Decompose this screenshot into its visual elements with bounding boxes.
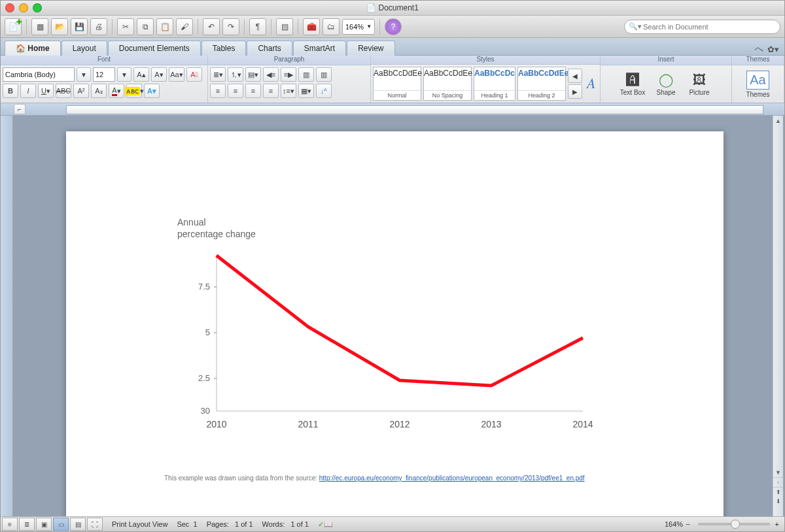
align-center-button[interactable]: ≡ <box>228 84 243 98</box>
style-heading-1[interactable]: AaBbCcDcHeading 1 <box>474 67 515 101</box>
format-painter-button[interactable]: 🖌 <box>176 18 193 35</box>
align-right-button[interactable]: ≡ <box>245 84 261 98</box>
sort-button[interactable]: ↓ᴬ <box>316 84 332 98</box>
zoom-slider-knob[interactable] <box>731 520 740 529</box>
window-title: 📄 Document1 <box>1 3 784 12</box>
help-button[interactable]: ? <box>385 18 402 35</box>
toolbox-button[interactable]: 🧰 <box>303 18 320 35</box>
font-size-dropdown[interactable]: ▼ <box>117 67 131 82</box>
bold-button[interactable]: B <box>3 84 18 98</box>
style-no-spacing[interactable]: AaBbCcDdEeNo Spacing <box>423 67 472 101</box>
view-draft-button[interactable]: ≡ <box>2 518 18 531</box>
tab-home[interactable]: 🏠 Home <box>5 41 61 56</box>
browse-object-button[interactable]: ◦ <box>773 477 783 488</box>
xtick-2014: 2014 <box>572 419 593 429</box>
spellcheck-icon[interactable]: ✓📖 <box>318 520 333 529</box>
horizontal-ruler[interactable]: ⌐ <box>1 103 784 116</box>
highlight-button[interactable]: ᴀʙᴄ▾ <box>126 84 142 98</box>
tab-document-elements[interactable]: Document Elements <box>108 41 201 56</box>
grow-font-button[interactable]: A▴ <box>133 67 149 82</box>
font-color-button[interactable]: A▾ <box>109 84 124 98</box>
tab-charts[interactable]: Charts <box>247 41 292 56</box>
styles-prev-button[interactable]: ◀ <box>568 69 582 83</box>
new-doc-button[interactable]: 📄✚ <box>5 18 22 35</box>
next-page-button[interactable]: ⬇ <box>773 496 783 506</box>
tab-smartart[interactable]: SmartArt <box>293 41 346 56</box>
copy-button[interactable]: ⧉ <box>137 18 154 35</box>
bullets-button[interactable]: ≣▾ <box>210 67 226 82</box>
styles-pane-button[interactable]: 𝐴 <box>584 67 598 100</box>
divider <box>298 19 298 35</box>
style-heading-2[interactable]: AaBbCcDdEeHeading 2 <box>517 67 566 101</box>
justify-button[interactable]: ≡ <box>263 84 279 98</box>
superscript-button[interactable]: A² <box>73 84 89 98</box>
indent-button[interactable]: ≡▶ <box>281 67 296 82</box>
style-normal[interactable]: AaBbCcDdEeNormal <box>373 67 421 101</box>
tab-tables[interactable]: Tables <box>201 41 247 56</box>
rtl-button[interactable]: ▥ <box>316 67 332 82</box>
view-print-layout-button[interactable]: ▭ <box>53 518 69 531</box>
ytick-7-5: 7.5 <box>198 282 210 291</box>
clear-format-button[interactable]: A⃠ <box>186 67 202 82</box>
view-publishing-button[interactable]: ▣ <box>36 518 52 531</box>
shading-button[interactable]: ▦▾ <box>298 84 314 98</box>
font-name-dropdown[interactable]: ▼ <box>77 67 91 82</box>
numbering-button[interactable]: ⒈▾ <box>228 67 243 82</box>
zoom-out-button[interactable]: − <box>686 520 689 528</box>
ribbon-group-paragraph: Paragraph ≣▾ ⒈▾ ▤▾ ◀≡ ≡▶ ▥ ▥ ≡ ≡ ≡ ≡ ↕≡▾ <box>208 56 371 103</box>
underline-button[interactable]: U▾ <box>38 84 54 98</box>
prev-page-button[interactable]: ⬆ <box>773 487 783 497</box>
page[interactable]: Annual percentage change 7.5 5 2.5 30 20… <box>66 131 724 516</box>
italic-button[interactable]: I <box>20 84 36 98</box>
line-spacing-button[interactable]: ↕≡▾ <box>281 84 296 98</box>
insert-text-box-button[interactable]: 🅰Text Box <box>617 68 648 101</box>
scroll-down-button[interactable]: ▼ <box>773 467 783 477</box>
align-left-button[interactable]: ≡ <box>210 84 226 98</box>
shrink-font-button[interactable]: A▾ <box>151 67 167 82</box>
insert-picture-button[interactable]: 🖼Picture <box>684 68 715 101</box>
tab-selector[interactable]: ⌐ <box>14 104 26 114</box>
pilcrow-button[interactable]: ¶ <box>249 18 266 35</box>
ytick-5: 5 <box>205 327 210 337</box>
vertical-scrollbar[interactable]: ▲ ▼ ◦ ⬆ ⬇ <box>773 116 783 516</box>
multilevel-button[interactable]: ▤▾ <box>245 67 261 82</box>
ribbon-options-button[interactable]: ✿▾ <box>767 44 779 54</box>
tab-layout[interactable]: Layout <box>61 41 107 56</box>
zoom-combo[interactable]: 164% ▼ <box>342 19 375 35</box>
save-button[interactable]: 💾 <box>71 18 88 35</box>
change-case-button[interactable]: Aa▾ <box>169 67 184 82</box>
ltr-button[interactable]: ▥ <box>298 67 314 82</box>
gallery-button[interactable]: 🗂 <box>323 18 340 35</box>
tab-review[interactable]: Review <box>347 41 394 56</box>
open-button[interactable]: 📂 <box>51 18 68 35</box>
sidebar-button[interactable]: ▤ <box>276 18 293 35</box>
view-notebook-button[interactable]: ▤ <box>70 518 86 531</box>
view-outline-button[interactable]: ≣ <box>19 518 35 531</box>
outdent-button[interactable]: ◀≡ <box>263 67 279 82</box>
undo-button[interactable]: ↶ <box>203 18 220 35</box>
redo-button[interactable]: ↷ <box>222 18 239 35</box>
search-input[interactable] <box>642 22 776 31</box>
cut-button[interactable]: ✂ <box>117 18 134 35</box>
view-fullscreen-button[interactable]: ⛶ <box>87 518 103 531</box>
font-name-combo[interactable]: Cambria (Body) <box>3 67 75 82</box>
styles-next-button[interactable]: ▶ <box>568 84 582 99</box>
citation-link[interactable]: http://ec.europa.eu/economy_finance/publ… <box>319 474 585 482</box>
font-size-combo[interactable]: 12 <box>93 67 115 82</box>
text-effects-button[interactable]: A▾ <box>144 84 160 98</box>
ytick-2-5: 2.5 <box>198 373 210 383</box>
print-button[interactable]: 🖨 <box>90 18 107 35</box>
strike-button[interactable]: ABC <box>56 84 71 98</box>
collapse-ribbon-button[interactable]: へ <box>755 43 763 55</box>
paste-button[interactable]: 📋 <box>156 18 173 35</box>
zoom-in-button[interactable]: + <box>775 520 779 528</box>
subscript-button[interactable]: A₂ <box>91 84 107 98</box>
template-button[interactable]: ▦ <box>31 18 48 35</box>
search-box[interactable]: 🔍▾ <box>624 20 780 34</box>
insert-shape-button[interactable]: ◯Shape <box>650 68 682 101</box>
vertical-ruler[interactable] <box>1 116 13 516</box>
zoom-slider[interactable] <box>698 523 770 525</box>
scroll-up-button[interactable]: ▲ <box>773 116 783 125</box>
themes-button[interactable]: AaThemes <box>742 68 774 101</box>
group-label: Themes <box>732 56 784 65</box>
